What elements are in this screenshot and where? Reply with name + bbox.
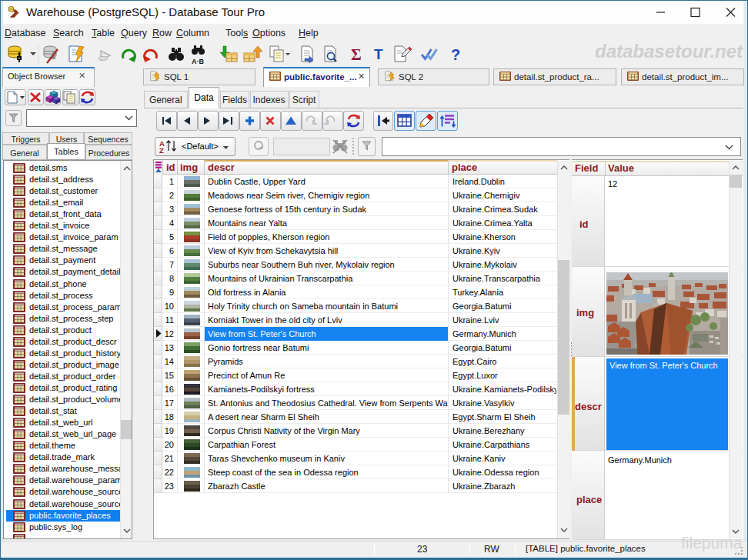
svg-text:Σ: Σ: [351, 45, 362, 64]
svg-text:?: ?: [451, 46, 460, 63]
svg-text:Z: Z: [159, 146, 164, 154]
svg-text:A·B: A·B: [192, 58, 204, 65]
svg-text:T: T: [374, 46, 383, 62]
